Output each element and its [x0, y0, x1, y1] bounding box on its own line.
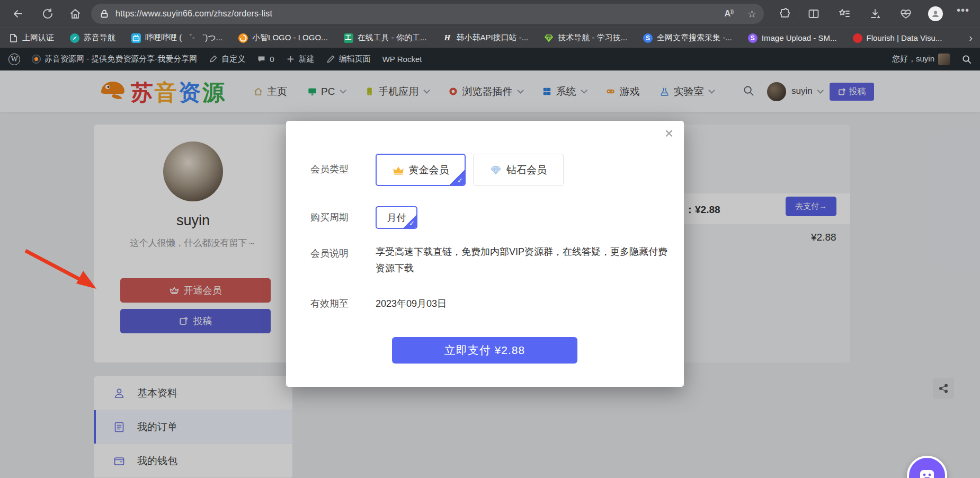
- admin-greeting[interactable]: 您好，suyin: [892, 54, 950, 65]
- bookmark-item[interactable]: H 韩小韩API接口站 -...: [442, 33, 528, 43]
- admin-comments[interactable]: 0: [257, 55, 274, 64]
- bookmark-item[interactable]: Flourish | Data Visu...: [853, 33, 942, 43]
- bilibili-icon: [131, 33, 141, 43]
- chat-icon: [916, 465, 938, 478]
- admin-new[interactable]: 新建: [286, 54, 315, 64]
- description-text: 享受高速下载直链，免费加内部VIP资源群，在线答疑，更多隐藏付费资源下载: [376, 244, 671, 277]
- refresh-icon[interactable]: [41, 7, 54, 20]
- wp-logo[interactable]: W: [8, 54, 20, 65]
- page-icon: [8, 33, 18, 43]
- vip-purchase-modal: × 会员类型 黄金会员 钻石会员 购买周期 月付 会员说明 享受高速下载直链，免…: [286, 121, 684, 387]
- favorite-star-icon[interactable]: ☆: [747, 8, 756, 20]
- site-icon: [32, 55, 41, 64]
- page-content: 苏音资源 主页 PC 手机应用 浏览器插件: [0, 70, 980, 478]
- home-icon[interactable]: [69, 7, 82, 20]
- swirl-icon: [238, 33, 248, 43]
- bookmark-item[interactable]: 上网认证: [8, 33, 54, 43]
- h-letter-icon: H: [442, 33, 452, 43]
- annotation-arrow: [16, 240, 111, 304]
- bookmark-item[interactable]: 小智LOGO - LOGO...: [238, 33, 328, 43]
- toolbar-divider: [798, 8, 798, 19]
- cycle-label: 购买周期: [310, 211, 349, 224]
- admin-customize[interactable]: 自定义: [209, 54, 245, 64]
- bookmark-item[interactable]: S 全网文章搜索采集 -...: [643, 33, 732, 43]
- read-aloud-icon[interactable]: A)): [724, 9, 734, 19]
- tool-icon: 工: [344, 33, 353, 43]
- expiry-label: 有效期至: [310, 297, 349, 310]
- bookmarks-overflow-chevron[interactable]: ›: [969, 32, 973, 44]
- comment-icon: [257, 55, 266, 64]
- member-type-label: 会员类型: [310, 163, 349, 175]
- s-purple-icon: S: [748, 33, 758, 43]
- admin-avatar: [938, 54, 950, 65]
- option-monthly[interactable]: 月付: [376, 206, 417, 229]
- bookmark-item[interactable]: 工 在线工具 - 你的工...: [344, 33, 427, 43]
- address-bar[interactable]: https://www.suyin66.com/zhsz/orders-list…: [91, 4, 764, 24]
- lock-icon[interactable]: [100, 9, 109, 19]
- browser-toolbar: https://www.suyin66.com/zhsz/orders-list…: [0, 0, 980, 28]
- wp-admin-bar: W 苏音资源网 - 提供免费资源分享-我爱分享网 自定义 0 新建 编辑页面 W…: [0, 48, 980, 70]
- downloads-icon[interactable]: [869, 7, 881, 20]
- extensions-icon[interactable]: [779, 7, 791, 20]
- split-screen-icon[interactable]: [807, 7, 820, 20]
- bookmarks-bar: 上网认证 苏音导航 哔哩哔哩 ( ゜- ゜)つ... 小智LOGO - LOGO…: [0, 28, 980, 48]
- collections-icon[interactable]: [838, 7, 851, 20]
- description-label: 会员说明: [310, 247, 349, 260]
- bookmark-item[interactable]: 哔哩哔哩 ( ゜- ゜)つ...: [131, 33, 222, 43]
- option-diamond-member[interactable]: 钻石会员: [473, 154, 564, 186]
- gem-icon: [490, 164, 502, 176]
- browser-essentials-icon[interactable]: [899, 7, 912, 20]
- bookmark-item[interactable]: 苏音导航: [70, 33, 115, 43]
- gem-outline-icon: [544, 33, 554, 43]
- browser-window: https://www.suyin66.com/zhsz/orders-list…: [0, 0, 980, 478]
- admin-wp-rocket[interactable]: WP Rocket: [382, 55, 422, 64]
- pencil-icon: [326, 55, 335, 64]
- bookmark-item[interactable]: S Image Upload - SM...: [748, 33, 837, 43]
- red-dot-icon: [853, 33, 862, 43]
- close-icon[interactable]: ×: [665, 126, 673, 141]
- more-icon[interactable]: •••: [957, 4, 969, 17]
- option-gold-member[interactable]: 黄金会员: [376, 154, 466, 186]
- admin-site-title[interactable]: 苏音资源网 - 提供免费资源分享-我爱分享网: [32, 54, 197, 64]
- url-text[interactable]: https://www.suyin66.com/zhsz/orders-list: [115, 9, 272, 19]
- profile-icon[interactable]: [928, 6, 943, 21]
- expiry-value: 2023年09月03日: [376, 297, 447, 310]
- admin-search-icon[interactable]: [961, 54, 972, 64]
- brush-icon: [209, 55, 218, 64]
- back-icon[interactable]: [12, 7, 24, 20]
- plus-icon: [286, 55, 295, 64]
- admin-edit-page[interactable]: 编辑页面: [326, 54, 371, 64]
- s-blue-icon: S: [643, 33, 653, 43]
- crown-icon: [393, 164, 404, 176]
- bookmark-item[interactable]: 技术导航 - 学习技...: [544, 33, 627, 43]
- compass-icon: [70, 33, 79, 43]
- pay-now-button[interactable]: 立即支付 ¥2.88: [392, 337, 577, 364]
